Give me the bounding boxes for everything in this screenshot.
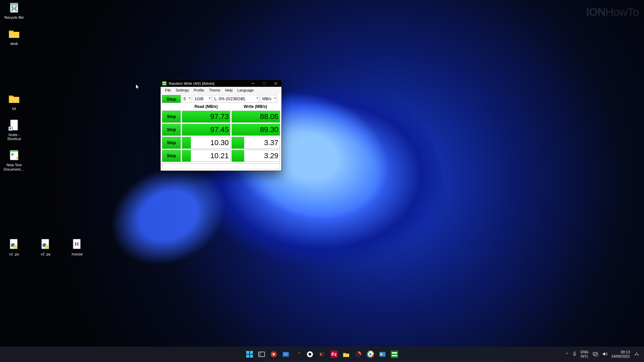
crystaldiskmark-window: Random Write (4/5) [Admin] File Settings… bbox=[160, 80, 282, 171]
svg-rect-0 bbox=[10, 5, 18, 13]
menu-help[interactable]: Help bbox=[223, 88, 235, 92]
svg-point-28 bbox=[295, 351, 301, 357]
benchmark-row: Stop97.4589.30 bbox=[162, 124, 280, 136]
tray-mic-icon[interactable] bbox=[573, 351, 577, 357]
read-result-cell: 10.21 bbox=[182, 150, 230, 162]
write-value: 89.30 bbox=[260, 125, 278, 134]
file-explorer-icon[interactable] bbox=[341, 350, 351, 359]
desktop-icon-new-text-document[interactable]: New Text Document.... bbox=[1, 149, 27, 171]
titlebar[interactable]: Random Write (4/5) [Admin] bbox=[161, 80, 281, 87]
desktop-icon-label: New Text Document.... bbox=[1, 163, 27, 171]
svg-point-29 bbox=[299, 352, 300, 354]
svg-point-31 bbox=[309, 353, 311, 356]
folder-icon bbox=[8, 93, 20, 105]
svg-text:H: H bbox=[75, 241, 79, 247]
app-icon bbox=[162, 81, 167, 86]
taskbar: Fz ⌃ ENG INTL 09:13 24/09/2022 bbox=[0, 347, 644, 362]
tray-chevron-icon[interactable]: ⌃ bbox=[565, 352, 569, 357]
read-value: 10.30 bbox=[210, 138, 229, 147]
filezilla-icon[interactable]: Fz bbox=[329, 350, 339, 359]
menu-profile[interactable]: Profile bbox=[191, 88, 206, 92]
desktop-icon-label: v1 .py bbox=[9, 252, 19, 256]
svg-rect-48 bbox=[593, 352, 597, 355]
desktop-icon-recycle-bin[interactable]: Recycle Bin bbox=[1, 1, 27, 19]
menu-theme[interactable]: Theme bbox=[207, 88, 223, 92]
svg-point-41 bbox=[369, 353, 372, 356]
maximize-button[interactable] bbox=[259, 80, 270, 87]
taskbar-app-icon[interactable] bbox=[378, 350, 387, 359]
chrome-icon[interactable] bbox=[366, 350, 375, 359]
desktop-icon-label: hosts - Shortcut bbox=[1, 133, 27, 141]
test-count-select[interactable] bbox=[182, 95, 192, 103]
desktop-icon-folder-desk[interactable]: desk bbox=[1, 27, 27, 46]
network-icon[interactable] bbox=[593, 352, 598, 357]
file-icon: H bbox=[71, 238, 84, 251]
task-view-icon[interactable] bbox=[257, 350, 266, 359]
read-result-cell: 97.73 bbox=[182, 111, 230, 123]
taskbar-app-icon[interactable] bbox=[317, 350, 327, 359]
svg-rect-27 bbox=[283, 352, 289, 357]
unit-select[interactable] bbox=[261, 95, 277, 103]
desktop-icon-folder-txt[interactable]: txt bbox=[1, 93, 27, 111]
read-header: Read (MB/s) bbox=[181, 104, 231, 110]
desktop-icons-row: v1 .py v2 .py H mouse bbox=[1, 238, 90, 256]
taskbar-app-icon[interactable] bbox=[269, 350, 278, 359]
desktop-icon-v2-py[interactable]: v2 .py bbox=[33, 238, 58, 256]
read-result-cell: 97.45 bbox=[182, 124, 230, 136]
stop-all-button[interactable]: Stop bbox=[162, 95, 181, 103]
minimize-button[interactable] bbox=[247, 80, 259, 87]
svg-rect-33 bbox=[320, 353, 322, 356]
row-stop-button[interactable]: Stop bbox=[162, 150, 181, 162]
language-indicator[interactable]: ENG INTL bbox=[581, 350, 589, 358]
write-result-cell: 88.06 bbox=[231, 111, 280, 123]
watermark: IONHowTo bbox=[586, 5, 639, 18]
desktop-icon-label: v2 .py bbox=[41, 252, 50, 256]
svg-rect-49 bbox=[594, 353, 598, 356]
menubar: File Settings Profile Theme Help Languag… bbox=[161, 87, 281, 94]
start-button[interactable] bbox=[245, 350, 254, 359]
svg-text:Fz: Fz bbox=[331, 352, 337, 357]
write-result-cell: 3.29 bbox=[231, 150, 280, 162]
svg-rect-15 bbox=[162, 81, 167, 86]
recycle-bin-icon bbox=[8, 1, 20, 14]
desktop-icon-hosts-shortcut[interactable]: hosts - Shortcut bbox=[1, 119, 27, 141]
desktop-icon-label: txt bbox=[12, 107, 16, 111]
close-button[interactable] bbox=[270, 80, 281, 87]
drive-select[interactable] bbox=[213, 95, 260, 103]
volume-icon[interactable] bbox=[602, 352, 607, 357]
notepad-icon bbox=[8, 149, 20, 162]
taskbar-app-icon[interactable] bbox=[281, 350, 290, 359]
svg-point-6 bbox=[11, 154, 14, 156]
svg-rect-18 bbox=[263, 82, 266, 85]
mouse-cursor-icon bbox=[136, 84, 140, 90]
menu-language[interactable]: Language bbox=[235, 88, 256, 92]
svg-rect-5 bbox=[10, 150, 18, 152]
write-header: Write (MB/s) bbox=[231, 104, 280, 110]
taskbar-app-icon[interactable] bbox=[305, 350, 315, 359]
write-value: 88.06 bbox=[260, 112, 278, 121]
desktop-icon-mouse[interactable]: H mouse bbox=[64, 238, 90, 256]
svg-rect-16 bbox=[163, 82, 166, 83]
svg-point-9 bbox=[13, 245, 17, 249]
row-stop-button[interactable]: Stop bbox=[162, 137, 181, 149]
row-stop-button[interactable]: Stop bbox=[162, 124, 181, 136]
benchmark-row: Stop10.213.29 bbox=[162, 150, 280, 162]
firefox-icon[interactable] bbox=[354, 350, 363, 359]
test-size-select[interactable] bbox=[193, 95, 212, 103]
svg-rect-21 bbox=[246, 355, 249, 358]
write-result-cell: 3.37 bbox=[231, 137, 280, 149]
desktop-icon-label: Recycle Bin bbox=[4, 15, 24, 19]
svg-rect-1 bbox=[10, 3, 18, 5]
clock[interactable]: 09:13 24/09/2022 bbox=[611, 350, 630, 358]
notification-icon[interactable] bbox=[634, 351, 639, 357]
read-value: 97.73 bbox=[210, 112, 229, 121]
svg-rect-24 bbox=[259, 352, 261, 357]
crystaldiskmark-taskbar-icon[interactable] bbox=[390, 350, 399, 359]
taskbar-app-icon[interactable] bbox=[293, 350, 303, 359]
desktop-icon-v1-py[interactable]: v1 .py bbox=[1, 238, 27, 256]
svg-rect-22 bbox=[250, 355, 253, 358]
menu-file[interactable]: File bbox=[163, 88, 173, 92]
menu-settings[interactable]: Settings bbox=[173, 88, 192, 92]
row-stop-button[interactable]: Stop bbox=[162, 111, 181, 123]
svg-rect-47 bbox=[574, 352, 575, 354]
